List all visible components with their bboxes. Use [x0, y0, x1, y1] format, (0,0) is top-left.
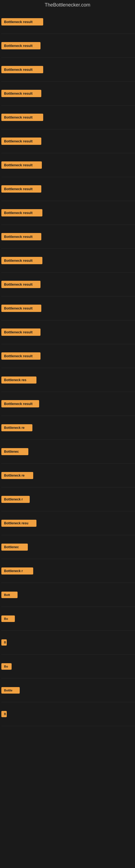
list-item[interactable]: Bott	[1, 583, 135, 607]
bottleneck-badge[interactable]: Bottleneck result	[1, 329, 41, 336]
bottleneck-badge[interactable]: Bottleneck result	[1, 305, 41, 312]
list-item[interactable]: Bottleneck result	[1, 273, 135, 297]
bottleneck-badge[interactable]: B	[1, 711, 7, 717]
bottleneck-badge[interactable]: Bottleneck result	[1, 400, 39, 407]
bottleneck-badge[interactable]: Bottleneck result	[1, 66, 43, 73]
list-item[interactable]: B	[1, 631, 135, 654]
bottleneck-badge[interactable]: Bott	[1, 592, 17, 598]
list-item[interactable]: Bottleneck result	[1, 34, 135, 58]
bottleneck-badge[interactable]: Bottlenec	[1, 544, 28, 551]
list-item[interactable]: Bo	[1, 607, 135, 631]
bottleneck-badge[interactable]: Bottleneck result	[1, 281, 41, 288]
bottleneck-badge[interactable]: Bottleneck result	[1, 185, 41, 193]
bottleneck-badge[interactable]: Bottleneck result	[1, 257, 42, 264]
list-item[interactable]: Bottleneck r	[1, 488, 135, 511]
list-item[interactable]: Bottleneck re	[1, 416, 135, 440]
list-item[interactable]: Bottleneck result	[1, 153, 135, 177]
bottleneck-badge[interactable]: Bottlenec	[1, 448, 28, 455]
bottleneck-badge[interactable]: Bottleneck re	[1, 472, 33, 479]
list-item[interactable]: Bottleneck result	[1, 105, 135, 129]
list-item[interactable]: Bottleneck result	[1, 177, 135, 201]
list-item[interactable]: Bottleneck result	[1, 58, 135, 82]
list-item[interactable]: Bottleneck result	[1, 392, 135, 416]
list-item[interactable]: Bottleneck result	[1, 297, 135, 320]
bottleneck-list: Bottleneck result Bottleneck result Bott…	[0, 10, 135, 726]
list-item[interactable]: Bottlenec	[1, 440, 135, 464]
list-item[interactable]: Bottleneck result	[1, 320, 135, 344]
bottleneck-badge[interactable]: Bottleneck result	[1, 233, 41, 240]
list-item[interactable]: Bottleneck result	[1, 82, 135, 105]
bottleneck-badge[interactable]: Bottleneck r	[1, 496, 30, 503]
list-item[interactable]: Bottlenec	[1, 535, 135, 559]
bottleneck-badge[interactable]: Bo	[1, 663, 12, 670]
bottleneck-badge[interactable]: Bottleneck result	[1, 209, 42, 216]
bottleneck-badge[interactable]: Bottleneck res	[1, 376, 37, 383]
bottleneck-badge[interactable]: Bottleneck result	[1, 114, 43, 121]
bottleneck-badge[interactable]: Bottleneck result	[1, 18, 43, 26]
list-item[interactable]: Bottleneck result	[1, 249, 135, 273]
list-item[interactable]: Bottleneck result	[1, 344, 135, 368]
bottleneck-badge[interactable]: B	[1, 639, 7, 646]
list-item[interactable]: Bottle	[1, 678, 135, 702]
bottleneck-badge[interactable]: Bottleneck result	[1, 161, 42, 169]
bottleneck-badge[interactable]: Bottleneck resu	[1, 520, 37, 527]
site-title: TheBottlenecker.com	[0, 0, 135, 10]
list-item[interactable]: Bo	[1, 654, 135, 678]
list-item[interactable]: Bottleneck result	[1, 129, 135, 153]
bottleneck-badge[interactable]: Bottleneck result	[1, 90, 41, 97]
bottleneck-badge[interactable]: Bottleneck result	[1, 137, 41, 145]
bottleneck-badge[interactable]: Bo	[1, 616, 15, 622]
page-wrapper: TheBottlenecker.com Bottleneck result Bo…	[0, 0, 135, 726]
list-item[interactable]: Bottleneck resu	[1, 511, 135, 535]
bottleneck-badge[interactable]: Bottleneck r	[1, 567, 33, 575]
bottleneck-badge[interactable]: Bottle	[1, 687, 20, 693]
list-item[interactable]: Bottleneck res	[1, 368, 135, 392]
bottleneck-badge[interactable]: Bottleneck result	[1, 352, 41, 360]
list-item[interactable]: B	[1, 702, 135, 726]
bottleneck-badge[interactable]: Bottleneck re	[1, 424, 32, 431]
list-item[interactable]: Bottleneck result	[1, 10, 135, 34]
list-item[interactable]: Bottleneck r	[1, 559, 135, 583]
bottleneck-badge[interactable]: Bottleneck result	[1, 42, 41, 50]
list-item[interactable]: Bottleneck result	[1, 225, 135, 249]
list-item[interactable]: Bottleneck result	[1, 201, 135, 225]
list-item[interactable]: Bottleneck re	[1, 464, 135, 488]
